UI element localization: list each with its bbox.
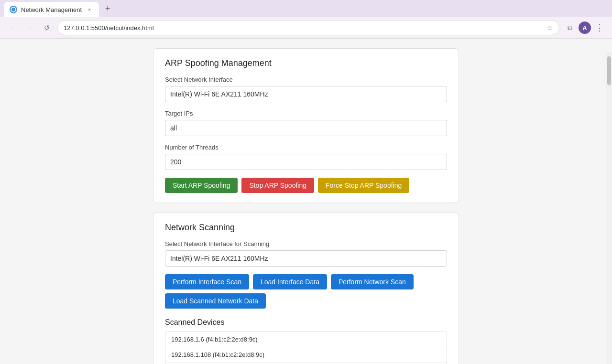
star-icon[interactable]: ☆ [547,24,553,32]
network-interface-input[interactable] [165,86,447,102]
arp-button-row: Start ARP Spoofing Stop ARP Spoofing For… [165,178,447,193]
profile-button[interactable]: A [579,21,591,34]
browser-tab-bar: Network Management × + [0,0,612,17]
page-content: ARP Spoofing Management Select Network I… [0,39,612,364]
back-button[interactable]: ← [6,21,19,34]
extensions-button[interactable]: ⧉ [563,21,577,34]
threads-label: Number of Threads [165,144,447,151]
arp-section-title: ARP Spoofing Management [165,58,447,68]
network-interface-label: Select Network Interface [165,76,447,83]
scanning-interface-group: Select Network Interface for Scanning [165,240,447,267]
perform-interface-scan-button[interactable]: Perform Interface Scan [165,274,249,289]
list-item: 192.168.1.6 (f4:b1:c2:2e:d8:9c) [165,332,447,347]
tab-title: Network Management [21,6,82,13]
browser-tab-active[interactable]: Network Management × [4,2,99,17]
tab-close-button[interactable]: × [86,6,93,13]
address-bar-url: 127.0.0.1:5500/netcut/index.html [64,24,544,32]
load-interface-data-button[interactable]: Load Interface Data [253,274,327,289]
network-scanning-card: Network Scanning Select Network Interfac… [153,213,459,364]
start-arp-button[interactable]: Start ARP Spoofing [165,178,238,193]
svg-point-0 [11,7,16,12]
scanning-button-row: Perform Interface Scan Load Interface Da… [165,274,447,309]
perform-network-scan-button[interactable]: Perform Network Scan [331,274,414,289]
load-scanned-network-data-button[interactable]: Load Scanned Network Data [165,293,266,309]
forward-button[interactable]: → [23,21,36,34]
target-ips-label: Target IPs [165,110,447,117]
toolbar-actions: ⧉ A ⋮ [563,21,606,34]
address-bar-icons: ☆ [547,24,553,32]
stop-arp-button[interactable]: Stop ARP Spoofing [241,178,314,193]
scrollbar-track[interactable] [606,52,612,364]
reload-button[interactable]: ↺ [40,21,54,34]
target-ips-input[interactable] [165,120,447,136]
browser-toolbar: ← → ↺ 127.0.0.1:5500/netcut/index.html ☆… [0,17,612,39]
network-interface-group: Select Network Interface [165,76,447,102]
list-item: 192.168.1.108 (f4:b1:c2:2e:d8:9c) [165,347,447,363]
scanned-devices-section: Scanned Devices 192.168.1.6 (f4:b1:c2:2e… [165,318,447,364]
scrollbar-thumb[interactable] [607,56,611,85]
scanned-devices-title: Scanned Devices [165,318,447,327]
new-tab-button[interactable]: + [101,2,114,15]
threads-input[interactable] [165,154,447,170]
threads-group: Number of Threads [165,144,447,170]
scanning-interface-label: Select Network Interface for Scanning [165,240,447,247]
menu-button[interactable]: ⋮ [593,21,606,34]
address-bar[interactable]: 127.0.0.1:5500/netcut/index.html ☆ [57,20,559,35]
scanned-devices-list: 192.168.1.6 (f4:b1:c2:2e:d8:9c)192.168.1… [165,332,447,364]
arp-spoofing-card: ARP Spoofing Management Select Network I… [153,48,459,203]
force-stop-arp-button[interactable]: Force Stop ARP Spoofing [318,178,409,193]
scanning-interface-input[interactable] [165,250,447,267]
browser-chrome: Network Management × + ← → ↺ 127.0.0.1:5… [0,0,612,39]
tab-favicon [10,6,17,13]
scanning-section-title: Network Scanning [165,223,447,233]
target-ips-group: Target IPs [165,110,447,136]
